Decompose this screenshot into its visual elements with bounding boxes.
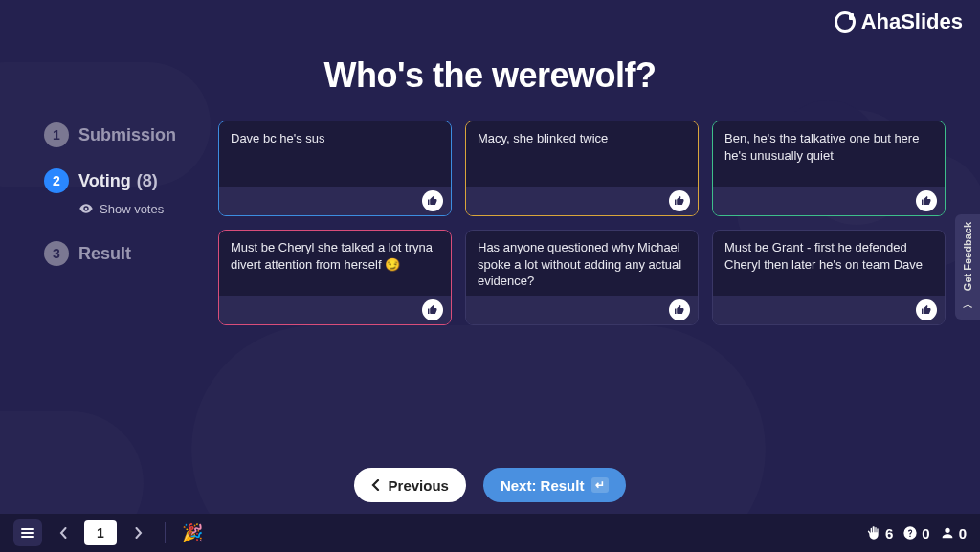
brand-logo-icon xyxy=(835,11,856,33)
card-footer xyxy=(713,187,945,215)
answer-cards-grid: Dave bc he's susMacy, she blinked twiceB… xyxy=(218,121,946,325)
answer-text: Has anyone questioned why Michael spoke … xyxy=(466,231,698,296)
answer-text: Must be Cheryl she talked a lot tryna di… xyxy=(219,231,451,296)
hand-icon xyxy=(866,525,881,541)
answer-text: Must be Grant - first he defended Cheryl… xyxy=(713,231,945,296)
nav-buttons: Previous Next: Result ↵ xyxy=(0,468,980,502)
card-footer xyxy=(713,296,945,324)
answer-card[interactable]: Has anyone questioned why Michael spoke … xyxy=(465,230,699,325)
person-icon xyxy=(940,525,955,541)
step-result[interactable]: 3 Result xyxy=(44,241,197,266)
thumbs-up-icon xyxy=(921,304,932,316)
divider xyxy=(165,522,166,543)
thumbs-up-icon xyxy=(921,195,932,207)
show-votes-label: Show votes xyxy=(100,202,164,216)
thumbs-up-icon xyxy=(427,304,438,316)
step-voting[interactable]: 2 Voting (8) xyxy=(44,168,197,193)
prev-slide-button[interactable] xyxy=(50,519,77,546)
like-button[interactable] xyxy=(422,299,443,320)
previous-button[interactable]: Previous xyxy=(354,468,466,502)
like-button[interactable] xyxy=(669,299,690,320)
answer-text: Macy, she blinked twice xyxy=(466,121,698,187)
answer-text: Dave bc he's sus xyxy=(219,121,451,187)
show-votes-toggle[interactable]: Show votes xyxy=(78,201,197,216)
slide-title: Who's the werewolf? xyxy=(0,55,980,96)
raised-hands-stat[interactable]: 6 xyxy=(866,525,893,541)
next-button[interactable]: Next: Result ↵ xyxy=(483,468,627,502)
like-button[interactable] xyxy=(916,299,937,320)
hamburger-icon xyxy=(21,528,34,538)
menu-button[interactable] xyxy=(13,519,42,546)
card-footer xyxy=(466,187,698,215)
question-icon xyxy=(902,525,918,541)
chevron-up-icon: ︿ xyxy=(963,298,973,312)
card-footer xyxy=(219,187,451,215)
thumbs-up-icon xyxy=(427,195,438,207)
step-label: Voting xyxy=(78,171,131,191)
step-label: Submission xyxy=(78,125,176,145)
like-button[interactable] xyxy=(669,190,690,211)
answer-card[interactable]: Ben, he's the talkative one but here he'… xyxy=(712,121,946,216)
answer-card[interactable]: Macy, she blinked twice xyxy=(465,121,699,216)
step-submission[interactable]: 1 Submission xyxy=(44,122,197,147)
previous-label: Previous xyxy=(389,477,449,494)
like-button[interactable] xyxy=(422,190,443,211)
page-number[interactable]: 1 xyxy=(84,520,117,545)
next-label: Next: Result xyxy=(501,477,585,494)
participants-stat[interactable]: 0 xyxy=(940,525,967,541)
answer-card[interactable]: Must be Cheryl she talked a lot tryna di… xyxy=(218,230,452,325)
answer-card[interactable]: Must be Grant - first he defended Cheryl… xyxy=(712,230,946,325)
thumbs-up-icon xyxy=(674,304,685,316)
questions-stat[interactable]: 0 xyxy=(902,525,929,541)
voting-count: (8) xyxy=(137,171,158,191)
confetti-icon: 🎉 xyxy=(182,522,203,543)
answer-card[interactable]: Dave bc he's sus xyxy=(218,121,452,216)
brand: AhaSlides xyxy=(835,10,963,34)
get-feedback-tab[interactable]: Get Feedback ︿ xyxy=(955,214,980,320)
answer-text: Ben, he's the talkative one but here he'… xyxy=(713,121,945,187)
brand-text: AhaSlides xyxy=(861,10,963,34)
chevron-left-icon xyxy=(59,527,68,539)
step-label: Result xyxy=(78,244,131,264)
thumbs-up-icon xyxy=(674,195,685,207)
confetti-button[interactable]: 🎉 xyxy=(179,519,206,546)
step-number: 2 xyxy=(44,168,69,193)
next-slide-button[interactable] xyxy=(124,519,151,546)
bottom-bar: 1 🎉 6 0 0 xyxy=(0,514,980,552)
card-footer xyxy=(219,296,451,324)
eye-icon xyxy=(78,201,94,216)
phase-steps: 1 Submission 2 Voting (8) Show votes 3 R… xyxy=(44,122,197,287)
chevron-left-icon xyxy=(371,479,381,491)
chevron-right-icon xyxy=(134,527,143,539)
questions-count: 0 xyxy=(922,525,929,541)
card-footer xyxy=(466,296,698,324)
participants-count: 0 xyxy=(959,525,967,541)
like-button[interactable] xyxy=(916,190,937,211)
step-number: 3 xyxy=(44,241,69,266)
enter-key-icon: ↵ xyxy=(591,477,609,493)
hands-count: 6 xyxy=(885,525,893,541)
step-number: 1 xyxy=(44,122,69,147)
feedback-label: Get Feedback xyxy=(962,222,973,291)
